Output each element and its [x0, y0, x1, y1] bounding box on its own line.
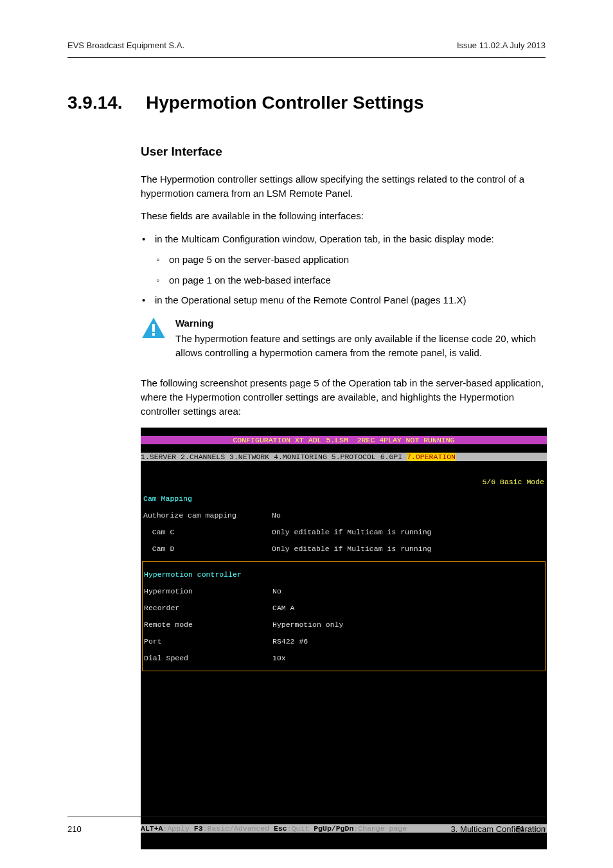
list-item-text: in the Multicam Configuration window, Op… [155, 233, 494, 244]
list-item: in the Multicam Configuration window, Op… [141, 232, 546, 287]
svg-rect-2 [152, 333, 155, 336]
term-pager: 5/6 Basic Mode [143, 478, 544, 486]
page-header: EVS Broadcast Equipment S.A. Issue 11.02… [67, 40, 546, 58]
term-row-val: Only editable if Multicam is running [272, 528, 431, 536]
term-row-key: Remote mode [144, 620, 272, 629]
term-row-val: RS422 #6 [272, 637, 308, 646]
warning-title: Warning [175, 316, 546, 330]
section-title: Hypermotion Controller Settings [146, 90, 423, 116]
footer-chapter: 3. Multicam Configuration [451, 824, 546, 836]
warning-icon [141, 316, 166, 339]
header-right: Issue 11.02.A July 2013 [457, 40, 546, 52]
footer-page-number: 210 [67, 824, 82, 836]
term-tab-active: 7.OPERATION [407, 453, 456, 461]
bullet-list: in the Multicam Configuration window, Op… [141, 232, 546, 307]
paragraph: The following screenshot presents page 5… [141, 376, 546, 418]
term-title: CONFIGURATION XT ADL 5.LSM 2REC 4PLAY NO… [233, 436, 454, 444]
bullet-sublist: on page 5 on the server-based applicatio… [155, 253, 546, 287]
term-row-val: CAM A [272, 604, 295, 612]
term-row-key: Authorize cam mapping [143, 511, 272, 520]
header-left: EVS Broadcast Equipment S.A. [67, 40, 184, 52]
term-row-val: No [272, 511, 281, 520]
warning-callout: Warning The hypermotion feature and sett… [141, 316, 546, 359]
term-row-val: No [272, 587, 281, 595]
term-row-key: Recorder [144, 604, 272, 612]
term-row-key: Hypermotion [144, 587, 272, 595]
svg-rect-1 [152, 324, 155, 332]
term-tabs: 1.SERVER 2.CHANNELS 3.NETWORK 4.MONITORI… [141, 453, 407, 461]
page-footer: 210 3. Multicam Configuration [67, 817, 546, 836]
term-section-head: Hypermotion controller [144, 570, 242, 579]
subheading-user-interface: User Interface [141, 143, 546, 161]
section-heading: 3.9.14. Hypermotion Controller Settings [67, 90, 546, 116]
paragraph: These fields are available in the follow… [141, 209, 546, 223]
term-section-head: Cam Mapping [143, 494, 192, 503]
term-row-key: Cam D [143, 545, 272, 553]
term-row-val: Only editable if Multicam is running [272, 545, 431, 553]
term-row-val: 10x [272, 654, 286, 662]
term-row-key: Port [144, 637, 272, 646]
section-number: 3.9.14. [67, 90, 127, 116]
list-item: in the Operational setup menu of the Rem… [141, 293, 546, 307]
paragraph: The Hypermotion controller settings allo… [141, 172, 546, 201]
list-item: on page 5 on the server-based applicatio… [155, 253, 546, 267]
term-row-key: Dial Speed [144, 654, 272, 662]
warning-body: The hypermotion feature and settings are… [175, 332, 546, 360]
term-row-key: Cam C [143, 528, 272, 536]
terminal-screenshot: CONFIGURATION XT ADL 5.LSM 2REC 4PLAY NO… [141, 428, 547, 849]
list-item: on page 1 on the web-based interface [155, 273, 546, 287]
term-row-val: Hypermotion only [272, 620, 343, 629]
